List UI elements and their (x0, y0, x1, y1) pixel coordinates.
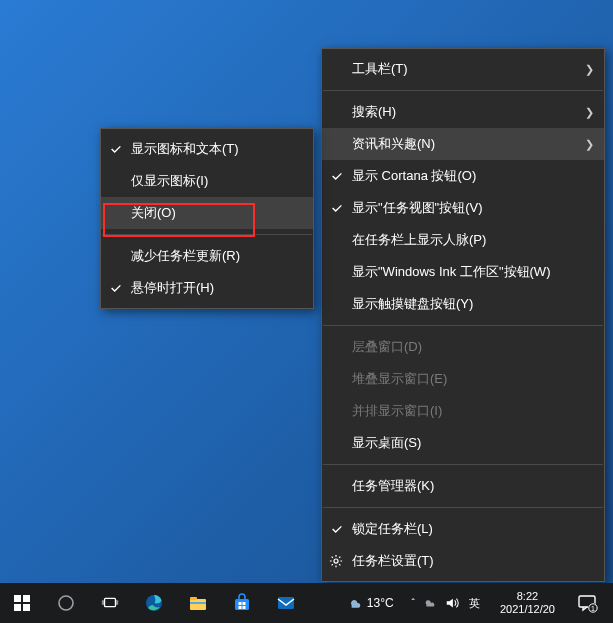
taskbar-context-menu: 工具栏(T) ❯ 搜索(H) ❯ 资讯和兴趣(N) ❯ 显示 Cortana 按… (321, 48, 605, 582)
check-icon (330, 201, 344, 215)
taskview-button[interactable] (88, 583, 132, 623)
svg-point-0 (334, 559, 338, 563)
menu-item-search[interactable]: 搜索(H) ❯ (322, 96, 604, 128)
menu-item-people[interactable]: 在任务栏上显示人脉(P) (322, 224, 604, 256)
onedrive-icon[interactable] (423, 596, 437, 610)
menu-item-sidebyside: 并排显示窗口(I) (322, 395, 604, 427)
volume-icon[interactable] (445, 596, 459, 610)
menu-label: 层叠窗口(D) (352, 338, 422, 356)
menu-separator (323, 507, 603, 508)
windows-icon (12, 593, 32, 613)
menu-label: 减少任务栏更新(R) (131, 247, 240, 265)
menu-item-task-manager[interactable]: 任务管理器(K) (322, 470, 604, 502)
menu-item-taskview[interactable]: 显示"任务视图"按钮(V) (322, 192, 604, 224)
menu-separator (102, 234, 312, 235)
weather-widget[interactable]: 13°C (341, 583, 400, 623)
edge-icon (144, 593, 164, 613)
svg-rect-7 (102, 600, 104, 605)
menu-label: 仅显示图标(I) (131, 172, 208, 190)
menu-label: 悬停时打开(H) (131, 279, 214, 297)
menu-item-news-interests[interactable]: 资讯和兴趣(N) ❯ (322, 128, 604, 160)
taskbar-app-explorer[interactable] (176, 583, 220, 623)
menu-item-show-desktop[interactable]: 显示桌面(S) (322, 427, 604, 459)
svg-rect-16 (239, 606, 242, 609)
submenu-item-icon-text[interactable]: 显示图标和文本(T) (101, 133, 313, 165)
store-icon (232, 593, 252, 613)
svg-rect-18 (278, 597, 294, 609)
check-icon (109, 142, 123, 156)
submenu-item-icon-only[interactable]: 仅显示图标(I) (101, 165, 313, 197)
svg-rect-4 (23, 604, 30, 611)
chevron-right-icon: ❯ (585, 138, 594, 151)
menu-item-lock-taskbar[interactable]: 锁定任务栏(L) (322, 513, 604, 545)
svg-rect-1 (14, 595, 21, 602)
submenu-item-reduce-updates[interactable]: 减少任务栏更新(R) (101, 240, 313, 272)
menu-separator (323, 325, 603, 326)
svg-rect-6 (105, 598, 116, 606)
ime-indicator[interactable]: 英 (467, 596, 482, 611)
gear-icon (329, 554, 343, 568)
clock[interactable]: 8:22 2021/12/20 (494, 590, 561, 616)
check-icon (330, 169, 344, 183)
cortana-button[interactable] (44, 583, 88, 623)
svg-rect-15 (243, 602, 246, 605)
menu-label: 显示"任务视图"按钮(V) (352, 199, 483, 217)
svg-rect-11 (190, 597, 197, 600)
clock-time: 8:22 (517, 590, 538, 603)
weather-temp: 13°C (367, 596, 394, 610)
menu-label: 在任务栏上显示人脉(P) (352, 231, 486, 249)
start-button[interactable] (0, 583, 44, 623)
svg-rect-12 (190, 602, 206, 604)
menu-label: 任务管理器(K) (352, 477, 434, 495)
menu-item-cortana[interactable]: 显示 Cortana 按钮(O) (322, 160, 604, 192)
check-icon (109, 281, 123, 295)
taskview-icon (100, 593, 120, 613)
svg-rect-8 (116, 600, 118, 605)
menu-label: 显示触摸键盘按钮(Y) (352, 295, 473, 313)
explorer-icon (188, 593, 208, 613)
menu-label: 任务栏设置(T) (352, 552, 434, 570)
submenu-item-close[interactable]: 关闭(O) (101, 197, 313, 229)
menu-item-toolbars[interactable]: 工具栏(T) ❯ (322, 53, 604, 85)
menu-item-stacked: 堆叠显示窗口(E) (322, 363, 604, 395)
menu-label: 堆叠显示窗口(E) (352, 370, 447, 388)
menu-item-ink[interactable]: 显示"Windows Ink 工作区"按钮(W) (322, 256, 604, 288)
menu-item-cascade: 层叠窗口(D) (322, 331, 604, 363)
chevron-right-icon: ❯ (585, 106, 594, 119)
tray-overflow-icon[interactable]: ˆ (412, 598, 415, 609)
check-icon (330, 522, 344, 536)
submenu-item-open-on-hover[interactable]: 悬停时打开(H) (101, 272, 313, 304)
menu-label: 工具栏(T) (352, 60, 408, 78)
svg-rect-17 (243, 606, 246, 609)
svg-rect-13 (235, 599, 249, 610)
menu-label: 显示 Cortana 按钮(O) (352, 167, 476, 185)
menu-label: 显示"Windows Ink 工作区"按钮(W) (352, 263, 550, 281)
taskbar-app-mail[interactable] (264, 583, 308, 623)
svg-point-5 (59, 596, 73, 610)
svg-text:1: 1 (591, 605, 595, 612)
clock-date: 2021/12/20 (500, 603, 555, 616)
menu-separator (323, 464, 603, 465)
action-center-button[interactable]: 1 (569, 583, 605, 623)
system-tray[interactable]: ˆ 英 (408, 596, 486, 611)
taskbar-app-store[interactable] (220, 583, 264, 623)
mail-icon (276, 593, 296, 613)
menu-separator (323, 90, 603, 91)
cortana-icon (56, 593, 76, 613)
notification-icon: 1 (576, 593, 598, 613)
chevron-right-icon: ❯ (585, 63, 594, 76)
svg-rect-14 (239, 602, 242, 605)
menu-item-taskbar-settings[interactable]: 任务栏设置(T) (322, 545, 604, 577)
menu-label: 搜索(H) (352, 103, 396, 121)
weather-icon (347, 595, 363, 611)
menu-label: 锁定任务栏(L) (352, 520, 433, 538)
menu-label: 显示桌面(S) (352, 434, 421, 452)
svg-rect-10 (190, 599, 206, 610)
menu-item-touch-keyboard[interactable]: 显示触摸键盘按钮(Y) (322, 288, 604, 320)
menu-label: 关闭(O) (131, 204, 176, 222)
svg-rect-3 (14, 604, 21, 611)
news-interests-submenu: 显示图标和文本(T) 仅显示图标(I) 关闭(O) 减少任务栏更新(R) 悬停时… (100, 128, 314, 309)
taskbar-app-edge[interactable] (132, 583, 176, 623)
menu-label: 并排显示窗口(I) (352, 402, 442, 420)
svg-rect-2 (23, 595, 30, 602)
